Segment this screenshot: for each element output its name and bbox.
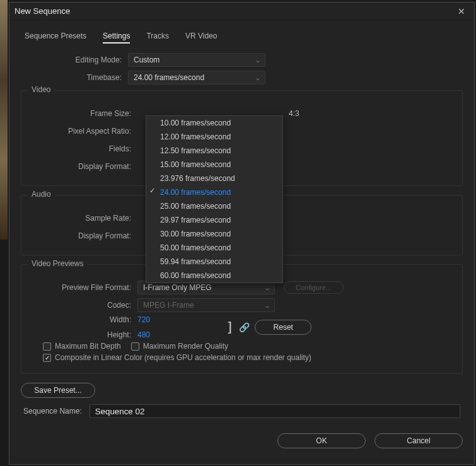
preview-file-format-label: Preview File Format: [30, 283, 137, 292]
timebase-option[interactable]: 50.00 frames/second [146, 241, 282, 255]
max-bit-depth-label: Maximum Bit Depth [55, 342, 121, 351]
codec-select: MPEG I-Frame ⌵ [137, 298, 275, 312]
timebase-option-label: 15.00 frames/second [160, 160, 231, 169]
timebase-option[interactable]: 25.00 frames/second [146, 199, 282, 213]
close-icon[interactable]: ✕ [454, 5, 469, 18]
dialog-footer: OK Cancel [9, 433, 474, 457]
timebase-option-label: 59.94 frames/second [160, 257, 231, 266]
timebase-option[interactable]: 15.00 frames/second [146, 158, 282, 172]
frame-size-label: Frame Size: [30, 109, 137, 118]
link-bracket-icon: ] [226, 323, 234, 332]
height-value[interactable]: 480 [137, 330, 150, 339]
timebase-option[interactable]: 30.00 frames/second [146, 227, 282, 241]
link-icon[interactable]: 🔗 [234, 322, 255, 332]
timebase-dropdown[interactable]: 10.00 frames/second12.00 frames/second12… [146, 115, 283, 283]
chevron-down-icon: ⌵ [265, 302, 269, 309]
timebase-option[interactable]: ✓24.00 frames/second [146, 185, 282, 199]
cancel-button[interactable]: Cancel [374, 433, 463, 448]
timebase-value: 24.00 frames/second [134, 73, 204, 82]
video-section-title: Video [28, 85, 54, 94]
width-value[interactable]: 720 [137, 315, 150, 324]
timebase-option-label: 30.00 frames/second [160, 230, 231, 238]
tab-tracks[interactable]: Tracks [146, 32, 169, 44]
sequence-name-label: Sequence Name: [23, 407, 82, 416]
timebase-option-label: 24.00 frames/second [160, 188, 231, 197]
timebase-option[interactable]: 12.50 frames/second [146, 144, 282, 158]
check-icon: ✓ [149, 187, 155, 195]
height-label: Height: [30, 330, 137, 339]
timebase-option-label: 25.00 frames/second [160, 202, 231, 211]
timebase-option[interactable]: 10.00 frames/second [146, 116, 282, 130]
dialog-title: New Sequence [15, 6, 454, 16]
reset-button[interactable]: Reset [255, 320, 311, 335]
timebase-option-label: 12.50 frames/second [160, 146, 231, 155]
timebase-option[interactable]: 29.97 frames/second [146, 213, 282, 227]
timebase-option[interactable]: 59.94 frames/second [146, 255, 282, 269]
audio-section-title: Audio [28, 190, 55, 199]
timebase-option-label: 12.00 frames/second [160, 132, 231, 141]
max-render-quality-checkbox[interactable] [131, 342, 139, 351]
timebase-option[interactable]: 60.00 frames/second [146, 269, 282, 283]
codec-label: Codec: [30, 301, 137, 310]
codec-value: MPEG I-Frame [143, 301, 194, 310]
width-label: Width: [30, 315, 137, 324]
timebase-option-label: 10.00 frames/second [160, 119, 231, 127]
sample-rate-label: Sample Rate: [30, 214, 137, 223]
frame-size-ratio: 4:3 [289, 109, 299, 118]
tab-sequence-presets[interactable]: Sequence Presets [25, 32, 86, 44]
max-render-quality-label: Maximum Render Quality [143, 342, 228, 351]
titlebar: New Sequence ✕ [9, 3, 474, 20]
timebase-label: Timebase: [21, 73, 128, 82]
preview-file-format-value: I-Frame Only MPEG [143, 283, 212, 292]
video-display-format-label: Display Format: [30, 162, 137, 171]
composite-linear-label: Composite in Linear Color (requires GPU … [55, 353, 311, 362]
editing-mode-select[interactable]: Custom ⌵ [128, 53, 265, 67]
tab-bar: Sequence Presets Settings Tracks VR Vide… [21, 30, 463, 50]
max-bit-depth-checkbox[interactable] [43, 342, 51, 351]
composite-linear-checkbox[interactable] [43, 354, 51, 362]
chevron-down-icon: ⌵ [256, 57, 260, 64]
tab-vr-video[interactable]: VR Video [185, 32, 217, 44]
chevron-down-icon: ⌵ [265, 284, 269, 291]
timebase-option[interactable]: 23.976 frames/second [146, 172, 282, 185]
save-preset-button[interactable]: Save Preset... [21, 383, 95, 398]
tab-settings[interactable]: Settings [103, 32, 130, 44]
sequence-name-input[interactable] [90, 404, 460, 418]
timebase-option-label: 60.00 frames/second [160, 271, 231, 280]
fields-label: Fields: [30, 144, 137, 153]
audio-display-format-label: Display Format: [30, 231, 137, 240]
timebase-option-label: 50.00 frames/second [160, 243, 231, 252]
configure-button: Configure... [284, 281, 344, 294]
ok-button[interactable]: OK [277, 433, 366, 448]
timebase-option[interactable]: 12.00 frames/second [146, 130, 282, 144]
chevron-down-icon: ⌵ [256, 74, 260, 81]
editing-mode-label: Editing Mode: [21, 55, 128, 64]
editing-mode-value: Custom [134, 55, 160, 64]
new-sequence-dialog: New Sequence ✕ Sequence Presets Settings… [9, 2, 475, 465]
video-previews-title: Video Previews [28, 259, 88, 268]
timebase-option-label: 23.976 frames/second [160, 174, 235, 183]
timebase-select[interactable]: 24.00 frames/second ⌵ [128, 71, 265, 84]
pixel-aspect-ratio-label: Pixel Aspect Ratio: [30, 127, 137, 136]
timebase-option-label: 29.97 frames/second [160, 216, 231, 224]
